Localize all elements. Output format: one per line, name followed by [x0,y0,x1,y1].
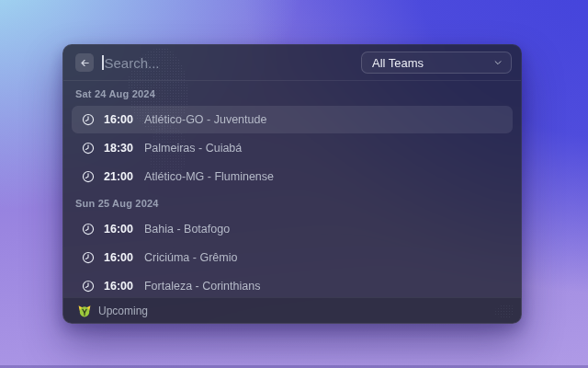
clock-icon [82,251,95,264]
search-input[interactable] [105,55,354,71]
match-time: 18:30 [104,142,133,155]
status-bar: Upcoming [63,297,521,323]
date-section: Sat 24 Aug 2024 16:00 Atlético-GO - Juve… [72,88,513,190]
back-button[interactable] [75,53,94,72]
clock-icon [82,170,95,183]
match-time: 16:00 [104,223,133,236]
match-fixture: Bahia - Botafogo [144,223,230,236]
search-window: All Teams Sat 24 Aug 2024 16:00 Atlético… [62,44,522,324]
match-time: 21:00 [104,170,133,183]
section-date: Sat 24 Aug 2024 [75,88,509,100]
match-row[interactable]: 18:30 Palmeiras - Cuiabá [72,134,513,162]
arrow-left-icon [80,58,90,68]
date-section: Sun 25 Aug 2024 16:00 Bahia - Botafogo 1… [72,198,513,297]
chevron-down-icon [493,58,503,67]
clock-icon [82,113,95,126]
search-field-wrap [102,55,353,71]
match-time: 16:00 [104,113,133,126]
match-fixture: Criciúma - Grêmio [144,251,237,264]
clock-icon [82,142,95,155]
dither-noise-texture [494,305,514,318]
team-filter-value: All Teams [372,56,424,70]
clock-icon [82,223,95,236]
match-row[interactable]: 21:00 Atlético-MG - Fluminense [72,163,513,190]
team-filter-dropdown[interactable]: All Teams [361,52,512,74]
brasileirao-league-icon [78,305,91,317]
section-rows: 16:00 Atlético-GO - Juventude 18:30 Palm… [72,106,513,190]
status-label: Upcoming [98,305,148,317]
match-row[interactable]: 16:00 Bahia - Botafogo [72,215,513,243]
match-fixture: Palmeiras - Cuiabá [144,142,242,155]
match-row[interactable]: 16:00 Atlético-GO - Juventude [72,106,513,133]
match-row[interactable]: 16:00 Fortaleza - Corinthians [72,272,513,297]
match-fixture: Fortaleza - Corinthians [144,280,260,293]
match-row[interactable]: 16:00 Criciúma - Grêmio [72,244,513,271]
section-rows: 16:00 Bahia - Botafogo 16:00 Criciúma - … [72,215,513,297]
match-time: 16:00 [104,251,133,264]
match-fixture: Atlético-GO - Juventude [144,113,266,126]
search-header: All Teams [63,45,521,81]
section-date: Sun 25 Aug 2024 [75,198,509,210]
clock-icon [82,280,95,293]
text-caret [102,55,104,70]
match-time: 16:00 [104,280,133,293]
match-list: Sat 24 Aug 2024 16:00 Atlético-GO - Juve… [63,81,521,297]
match-fixture: Atlético-MG - Fluminense [144,170,274,183]
desktop-gradient-background: All Teams Sat 24 Aug 2024 16:00 Atlético… [0,0,588,368]
